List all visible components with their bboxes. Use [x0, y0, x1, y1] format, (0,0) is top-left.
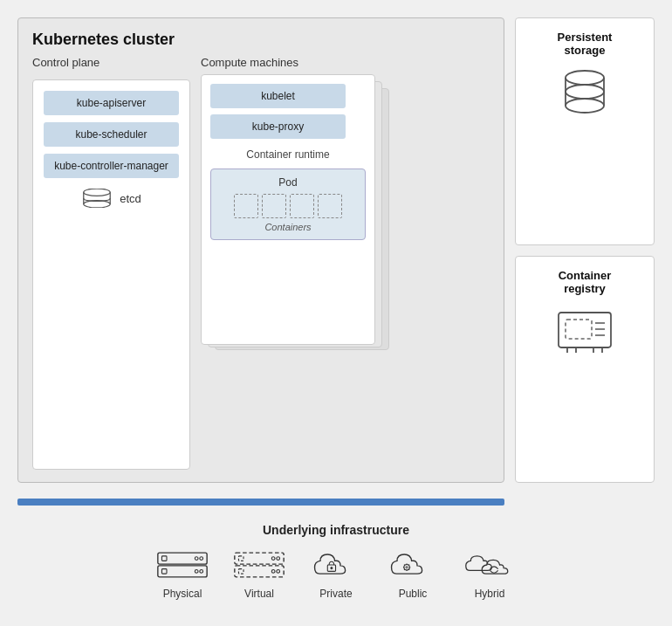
- hybrid-label: Hybrid: [475, 588, 505, 600]
- infra-private: Private: [310, 547, 362, 600]
- compute-label: Compute machines: [201, 56, 490, 69]
- hybrid-cloud-icon: [463, 547, 516, 582]
- container-box-3: [290, 194, 314, 218]
- infra-physical: Physical: [156, 547, 209, 600]
- containers-row: [234, 194, 342, 218]
- container-box-2: [262, 194, 286, 218]
- container-box-1: [234, 194, 258, 218]
- persistent-storage-panel: Persistent storage: [515, 17, 655, 245]
- main-wrapper: Kubernetes cluster Control plane kube-ap…: [0, 0, 672, 626]
- svg-point-20: [195, 570, 198, 574]
- registry-icon: [554, 306, 615, 354]
- node-card-front: kubelet kube-proxy Container runtime Pod: [201, 74, 375, 345]
- container-box-4: [318, 194, 342, 218]
- svg-rect-6: [566, 320, 592, 339]
- kube-controller-manager-btn: kube-controller-manager: [44, 154, 179, 178]
- container-runtime-box: Pod Containers: [210, 169, 366, 240]
- control-plane: Control plane kube-apiserver kube-schedu…: [32, 56, 190, 470]
- svg-line-38: [404, 565, 405, 566]
- etcd-icon: [81, 189, 113, 208]
- cluster-inner: Control plane kube-apiserver kube-schedu…: [32, 56, 490, 470]
- infra-icons-row: Physical Virtual: [156, 547, 516, 600]
- kube-scheduler-btn: kube-scheduler: [44, 122, 179, 147]
- top-section: Kubernetes cluster Control plane kube-ap…: [17, 17, 655, 483]
- svg-point-19: [200, 557, 203, 561]
- svg-line-41: [404, 569, 405, 570]
- physical-label: Physical: [163, 588, 202, 600]
- kube-apiserver-btn: kube-apiserver: [44, 91, 179, 115]
- infra-public: Public: [387, 547, 439, 600]
- pod-label: Pod: [278, 176, 297, 189]
- etcd-label: etcd: [120, 192, 141, 205]
- svg-point-3: [566, 85, 604, 99]
- kube-proxy-btn: kube-proxy: [210, 114, 346, 139]
- svg-point-2: [566, 71, 604, 85]
- control-plane-label: Control plane: [32, 56, 190, 69]
- virtual-label: Virtual: [244, 588, 274, 600]
- container-runtime-label: Container runtime: [210, 148, 366, 161]
- public-label: Public: [399, 588, 428, 600]
- private-label: Private: [319, 588, 352, 600]
- compute-section: Compute machines kubelet kube-proxy Cont…: [201, 56, 490, 470]
- svg-point-4: [566, 99, 604, 113]
- persistent-storage-title: Persistent storage: [558, 31, 613, 57]
- control-plane-box: kube-apiserver kube-scheduler kube-contr…: [32, 79, 190, 470]
- database-icon: [559, 67, 611, 115]
- svg-line-39: [408, 569, 409, 570]
- virtual-icon: [233, 547, 285, 582]
- svg-point-27: [277, 557, 280, 561]
- physical-icon: [156, 547, 209, 582]
- svg-rect-17: [161, 569, 167, 574]
- container-registry-panel: Container registry: [515, 256, 655, 484]
- cluster-title: Kubernetes cluster: [32, 31, 490, 49]
- etcd-row: etcd: [81, 189, 141, 208]
- infra-hybrid: Hybrid: [463, 547, 516, 600]
- svg-point-26: [271, 557, 275, 561]
- svg-rect-25: [238, 569, 243, 574]
- svg-point-33: [406, 567, 408, 568]
- node-stack-wrapper: kubelet kube-proxy Container runtime Pod: [201, 74, 384, 371]
- private-cloud-icon: [310, 547, 362, 582]
- right-panels: Persistent storage Container registry: [515, 17, 655, 483]
- svg-point-29: [277, 570, 280, 574]
- svg-point-21: [200, 570, 203, 574]
- svg-point-18: [195, 557, 198, 561]
- blue-separator-bar: [17, 499, 504, 506]
- kubelet-btn: kubelet: [210, 84, 346, 108]
- svg-point-0: [84, 189, 110, 196]
- svg-rect-16: [161, 556, 167, 561]
- container-registry-title: Container registry: [559, 269, 612, 295]
- infra-title: Underlying infrastructure: [263, 523, 409, 537]
- svg-rect-24: [238, 556, 243, 561]
- infra-section: Underlying infrastructure Physical: [17, 512, 655, 609]
- public-cloud-icon: [387, 547, 439, 582]
- svg-point-31: [331, 568, 333, 569]
- svg-rect-5: [559, 313, 611, 347]
- containers-label: Containers: [264, 222, 311, 232]
- infra-virtual: Virtual: [233, 547, 285, 600]
- svg-point-28: [271, 570, 275, 574]
- svg-line-40: [408, 565, 409, 566]
- k8s-cluster-panel: Kubernetes cluster Control plane kube-ap…: [17, 17, 504, 483]
